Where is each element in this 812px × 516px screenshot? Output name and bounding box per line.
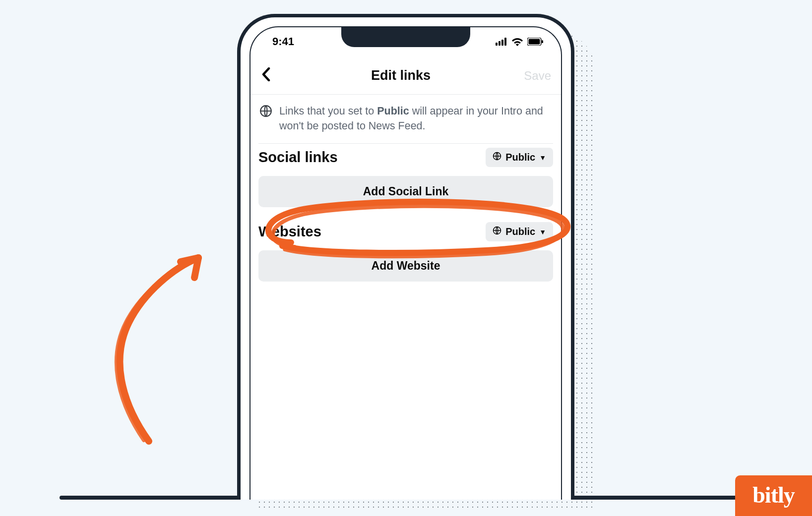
section-social-links: Social links Public ▼ Add Social Link	[250, 144, 561, 218]
privacy-selector-websites[interactable]: Public ▼	[486, 222, 553, 241]
globe-icon	[259, 105, 272, 133]
svg-rect-1	[499, 41, 500, 46]
add-social-link-button[interactable]: Add Social Link	[258, 176, 553, 207]
info-prefix: Links that you set to	[279, 105, 377, 117]
privacy-label: Public	[505, 152, 535, 163]
back-chevron-icon[interactable]	[257, 66, 287, 85]
phone-notch	[341, 26, 470, 47]
battery-icon	[527, 38, 543, 46]
caret-down-icon: ▼	[539, 228, 546, 236]
caret-down-icon: ▼	[539, 154, 546, 162]
section-title-websites: Websites	[258, 224, 321, 240]
add-website-button[interactable]: Add Website	[258, 250, 553, 282]
app-header: Edit links Save	[250, 66, 561, 94]
section-websites: Websites Public ▼ Add Website	[250, 218, 561, 292]
cellular-signal-icon	[496, 38, 507, 46]
phone-frame: 9:41 Edit links S	[237, 14, 574, 500]
section-head: Social links Public ▼	[258, 148, 553, 167]
section-title-social: Social links	[258, 149, 338, 166]
wifi-icon	[511, 37, 523, 46]
globe-icon	[493, 152, 501, 163]
status-time: 9:41	[272, 35, 294, 48]
save-button[interactable]: Save	[514, 69, 554, 83]
bitly-logo-text: bitly	[752, 482, 794, 508]
info-bold: Public	[377, 105, 409, 117]
globe-icon	[493, 226, 501, 237]
phone-outer: 9:41 Edit links S	[237, 14, 574, 500]
page-title: Edit links	[287, 68, 514, 83]
svg-rect-2	[501, 40, 503, 46]
section-head: Websites Public ▼	[258, 222, 553, 241]
info-banner: Links that you set to Public will appear…	[250, 95, 561, 143]
info-text: Links that you set to Public will appear…	[279, 104, 552, 133]
privacy-label: Public	[505, 226, 535, 237]
annotation-arrow	[94, 248, 223, 446]
svg-rect-5	[529, 39, 540, 45]
privacy-selector-social[interactable]: Public ▼	[486, 148, 553, 167]
status-right	[496, 37, 543, 46]
svg-rect-3	[504, 38, 506, 46]
bitly-badge: bitly	[735, 475, 812, 516]
phone-screen: 9:41 Edit links S	[250, 26, 562, 500]
svg-rect-6	[542, 40, 543, 43]
svg-rect-0	[496, 43, 498, 46]
